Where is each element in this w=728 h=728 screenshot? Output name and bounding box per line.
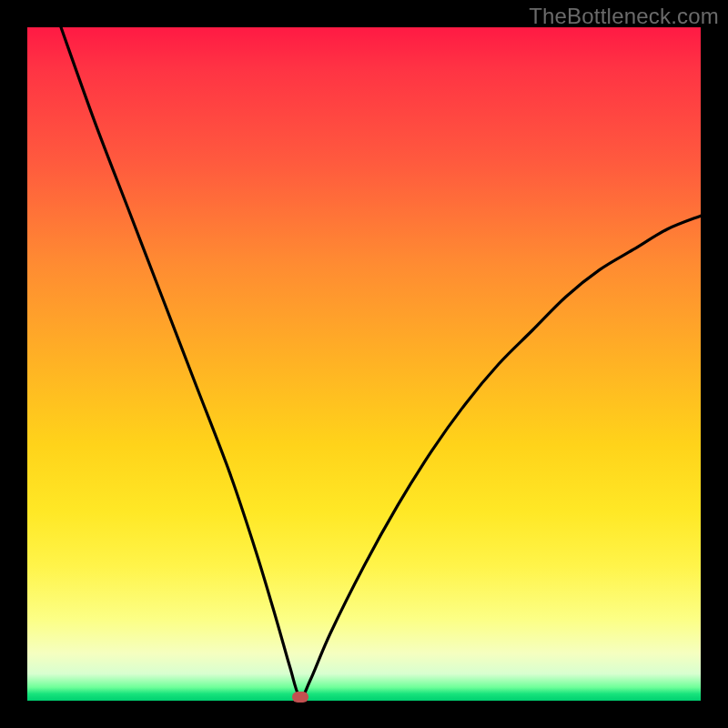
plot-area: [27, 27, 701, 701]
chart-frame: TheBottleneck.com: [0, 0, 728, 728]
watermark-label: TheBottleneck.com: [529, 4, 719, 29]
minimum-marker: [292, 692, 308, 703]
bottleneck-curve: [27, 27, 701, 701]
